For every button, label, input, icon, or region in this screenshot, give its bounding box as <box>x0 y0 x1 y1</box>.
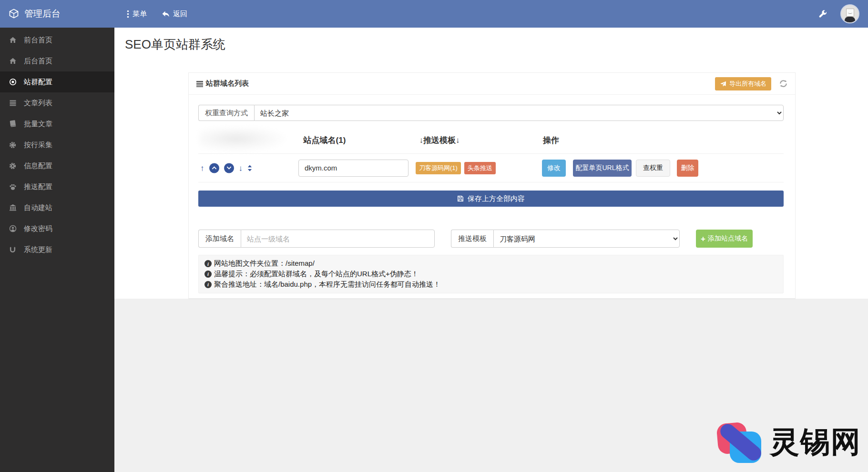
panel-title-label: 站群域名列表 <box>206 79 249 88</box>
sidebar-item-label: 修改密码 <box>24 224 52 233</box>
push-template-select[interactable]: 刀客源码网 <box>493 230 680 248</box>
sidebar-item-change-password[interactable]: 修改密码 <box>0 218 114 239</box>
domain-list-panel: 站群域名列表 导出所有域名 <box>188 72 796 299</box>
sidebar-item-site-cluster-config[interactable]: 站群配置 <box>0 71 114 92</box>
back-label: 返回 <box>173 10 187 19</box>
watermark: 灵锡网 <box>717 419 861 464</box>
info-text: 温馨提示：必须配置站群域名，及每个站点的URL格式+伪静态！ <box>214 270 419 279</box>
save-label: 保存上方全部内容 <box>468 194 525 203</box>
wrench-icon[interactable] <box>818 10 827 19</box>
sidebar-item-row-collect[interactable]: 按行采集 <box>0 134 114 155</box>
app-brand[interactable]: 管理后台 <box>0 8 114 20</box>
bank-icon <box>9 204 17 211</box>
check-weight-button[interactable]: 查权重 <box>636 160 670 177</box>
column-header-actions: 操作 <box>532 135 570 146</box>
weight-query-label: 权重查询方式 <box>198 105 254 121</box>
sidebar-item-label: 推送配置 <box>24 182 52 191</box>
info-line-push-url: i 聚合推送地址：域名/baidu.php，本程序无需挂访问任务都可自动推送！ <box>204 280 777 289</box>
back-arrow-icon <box>161 10 170 18</box>
gear-icon <box>9 162 17 170</box>
info-text: 网站地图文件夹位置：/sitemap/ <box>214 259 315 268</box>
export-label: 导出所有域名 <box>729 80 766 88</box>
sidebar-item-info-config[interactable]: 信息配置 <box>0 155 114 176</box>
template-badges: 刀客源码网(1) 头条推送 <box>416 162 496 174</box>
weight-query-group: 权重查询方式 站长之家 <box>198 105 784 121</box>
book-icon <box>9 120 17 128</box>
cog-solid-icon <box>9 141 17 149</box>
plus-icon: + <box>701 235 705 243</box>
sidebar-item-label: 站群配置 <box>24 78 52 87</box>
arrow-up-icon[interactable]: ↑ <box>200 164 204 172</box>
update-icon <box>9 246 17 253</box>
avatar[interactable] <box>840 4 859 23</box>
watermark-logo <box>717 419 765 464</box>
home-icon <box>9 57 17 65</box>
table-header-row: 站点域名(1) ↓推送模板↓ 操作 <box>198 127 784 154</box>
user-circle-icon <box>9 225 17 232</box>
push-template-label: 推送模板 <box>451 230 493 248</box>
sidebar-item-auto-build[interactable]: 自动建站 <box>0 197 114 218</box>
push-template-group: 推送模板 刀客源码网 <box>451 230 680 248</box>
hamburger-icon <box>196 80 203 87</box>
delete-button[interactable]: 删除 <box>677 160 698 177</box>
toutiao-push-badge[interactable]: 头条推送 <box>464 162 496 174</box>
sidebar-item-admin-home[interactable]: 后台首页 <box>0 50 114 71</box>
add-site-domain-button[interactable]: + 添加站点域名 <box>696 230 753 248</box>
circle-up-icon[interactable] <box>209 163 219 173</box>
sidebar-item-batch-articles[interactable]: 批量文章 <box>0 113 114 134</box>
column-header-domain: 站点域名(1) <box>284 135 365 146</box>
column-header-template: ↓推送模板↓ <box>398 135 480 146</box>
panel-header: 站群域名列表 导出所有域名 <box>189 73 795 95</box>
sidebar-item-label: 前台首页 <box>24 36 52 45</box>
sidebar-item-system-update[interactable]: 系统更新 <box>0 239 114 260</box>
top-navbar: 管理后台 菜单 返回 <box>0 0 868 28</box>
sort-icon[interactable] <box>247 164 252 171</box>
template-badge[interactable]: 刀客源码网(1) <box>416 162 461 174</box>
sidebar-item-front-home[interactable]: 前台首页 <box>0 30 114 50</box>
weight-query-select[interactable]: 站长之家 <box>254 105 784 121</box>
page-title: SEO单页站群系统 <box>125 36 225 53</box>
paw-icon <box>9 183 17 191</box>
info-icon: i <box>204 271 212 278</box>
info-notes-box: i 网站地图文件夹位置：/sitemap/ i 温馨提示：必须配置站群域名，及每… <box>198 255 784 293</box>
circle-down-icon[interactable] <box>224 163 234 173</box>
arrow-down-icon[interactable]: ↓ <box>239 164 243 172</box>
blurred-watermark <box>199 128 287 152</box>
edit-button[interactable]: 修改 <box>542 160 566 177</box>
back-button[interactable]: 返回 <box>161 10 187 19</box>
brand-label: 管理后台 <box>24 8 61 20</box>
sidebar-item-label: 按行采集 <box>24 141 52 150</box>
content-area: SEO单页站群系统 站群域名列表 <box>114 28 868 472</box>
home-icon <box>9 36 17 44</box>
avatar-face <box>848 11 852 14</box>
row-order-controls: ↑ ↓ <box>200 163 252 173</box>
table-row: ↑ ↓ 刀 <box>198 154 784 182</box>
sidebar-item-label: 系统更新 <box>24 245 52 254</box>
menu-dots-icon <box>127 10 129 18</box>
domain-input[interactable] <box>298 160 408 177</box>
refresh-icon[interactable] <box>779 80 787 88</box>
menu-label: 菜单 <box>133 10 147 19</box>
info-icon: i <box>204 260 212 267</box>
add-site-domain-label: 添加站点域名 <box>708 234 748 243</box>
watermark-text: 灵锡网 <box>770 427 861 457</box>
info-line-sitemap: i 网站地图文件夹位置：/sitemap/ <box>204 259 777 268</box>
avatar-body <box>845 17 855 23</box>
cube-icon <box>9 9 19 19</box>
new-domain-input[interactable] <box>241 230 435 248</box>
sidebar-item-label: 信息配置 <box>24 161 52 171</box>
config-url-button[interactable]: 配置单页URL格式 <box>573 160 632 177</box>
save-all-button[interactable]: 保存上方全部内容 <box>198 191 784 207</box>
sidebar-item-article-list[interactable]: 文章列表 <box>0 92 114 113</box>
export-all-domains-button[interactable]: 导出所有域名 <box>715 77 771 90</box>
sidebar-item-label: 文章列表 <box>24 99 52 108</box>
sidebar-item-push-config[interactable]: 推送配置 <box>0 176 114 197</box>
sidebar: 前台首页 后台首页 站群配置 <box>0 28 114 472</box>
sidebar-item-label: 自动建站 <box>24 203 52 212</box>
list-icon <box>9 99 17 107</box>
sidebar-item-label: 批量文章 <box>24 120 52 129</box>
info-icon: i <box>204 281 212 288</box>
info-line-tip: i 温馨提示：必须配置站群域名，及每个站点的URL格式+伪静态！ <box>204 270 777 279</box>
menu-toggle[interactable]: 菜单 <box>127 10 147 19</box>
add-domain-group: 添加域名 <box>198 230 435 248</box>
